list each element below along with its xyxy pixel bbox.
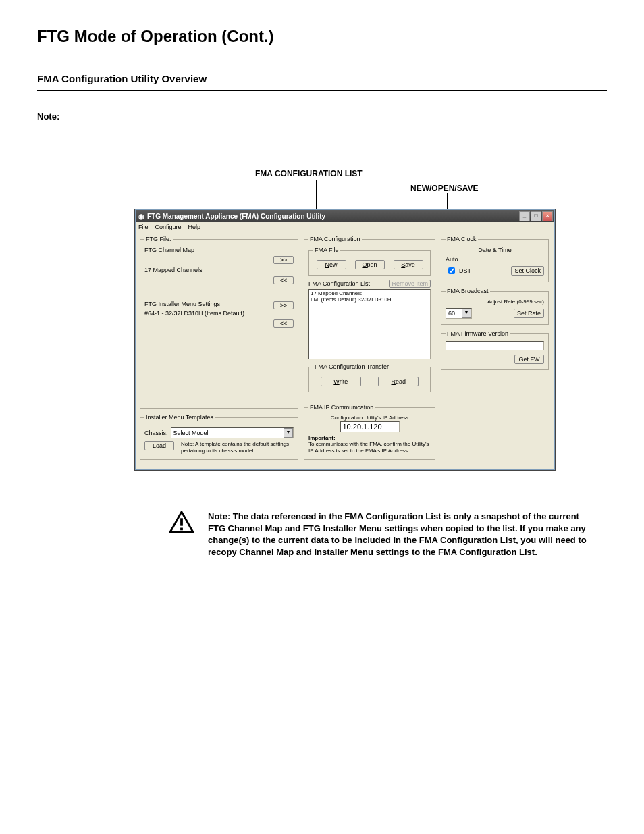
ip-sublabel: Configuration Utility's IP Address — [308, 415, 431, 421]
menu-help[interactable]: Help — [188, 224, 201, 230]
fma-config-group: FMA Configuration FMA File New Open Save… — [304, 236, 435, 398]
rate-dropdown[interactable]: 60 ▼ — [446, 308, 472, 319]
svg-rect-1 — [180, 528, 183, 531]
menubar: File Configure Help — [136, 222, 554, 232]
ip-group: FMA IP Communication Configuration Utili… — [304, 404, 435, 460]
mapped-channels-text: 17 Mapped Channels — [144, 267, 203, 273]
fw-group: FMA Firmware Version Get FW — [441, 330, 549, 370]
new-button[interactable]: New — [317, 260, 346, 269]
broadcast-group: FMA Broadcast Adjust Rate (0-999 sec) 60… — [441, 288, 549, 325]
minimize-button[interactable]: _ — [519, 211, 530, 221]
important-label: Important: — [308, 435, 336, 441]
set-clock-button[interactable]: Set Clock — [511, 266, 544, 276]
ftg-file-legend: FTG File: — [144, 236, 173, 242]
app-icon: ◉ — [138, 213, 144, 220]
fma-file-legend: FMA File — [313, 246, 340, 253]
ip-legend: FMA IP Communication — [308, 404, 375, 411]
open-button[interactable]: Open — [355, 260, 385, 269]
templates-legend: Installer Menu Templates — [144, 414, 215, 421]
warning-icon — [169, 511, 194, 536]
broadcast-legend: FMA Broadcast — [446, 288, 490, 294]
clock-group: FMA Clock Date & Time Auto DST Set Clock — [441, 236, 549, 282]
channel-add-button[interactable]: >> — [273, 256, 294, 264]
svg-rect-0 — [180, 519, 183, 526]
page-title: FTG Mode of Operation (Cont.) — [37, 27, 607, 46]
window-title: FTG Management Appliance (FMA) Configura… — [147, 213, 325, 220]
dst-label: DST — [459, 267, 471, 274]
remove-item-button[interactable]: Remove Item — [389, 280, 431, 288]
installer-text: #64-1 - 32/37LD310H (Items Default) — [144, 310, 294, 317]
warning-text: Note: The data referenced in the FMA Con… — [208, 511, 587, 558]
callout-config-list: FMA CONFIGURATION LIST — [255, 169, 363, 178]
divider — [37, 90, 607, 91]
section-title: FMA Configuration Utility Overview — [37, 73, 607, 84]
installer-add-button[interactable]: >> — [273, 301, 294, 309]
note-label: Note: — [37, 111, 607, 122]
app-window: ◉ FTG Management Appliance (FMA) Configu… — [135, 209, 555, 470]
clock-legend: FMA Clock — [446, 236, 478, 242]
templates-group: Installer Menu Templates Chassis: Select… — [140, 414, 298, 460]
rate-label: Adjust Rate (0-999 sec) — [446, 298, 544, 305]
fma-file-group: FMA File New Open Save — [308, 246, 431, 276]
rate-value: 60 — [448, 310, 455, 317]
load-button[interactable]: Load — [144, 441, 174, 450]
transfer-group: FMA Configuration Transfer Write Read — [308, 363, 431, 392]
chassis-value: Select Model — [173, 429, 209, 436]
close-button[interactable]: × — [542, 211, 553, 221]
installer-remove-button[interactable]: << — [273, 319, 294, 328]
titlebar: ◉ FTG Management Appliance (FMA) Configu… — [136, 210, 554, 222]
get-fw-button[interactable]: Get FW — [514, 355, 544, 364]
installer-label: FTG Installer Menu Settings — [144, 301, 220, 307]
set-rate-button[interactable]: Set Rate — [514, 309, 544, 318]
callout-row: FMA CONFIGURATION LIST NEW/OPEN/SAVE — [37, 169, 607, 209]
dst-checkbox[interactable] — [448, 267, 455, 274]
write-button[interactable]: Write — [321, 377, 361, 386]
chassis-dropdown[interactable]: Select Model ▼ — [171, 427, 294, 438]
ftg-file-group: FTG File: FTG Channel Map >> 17 Mapped C… — [140, 236, 298, 409]
warning-note: Note: The data referenced in the FMA Con… — [169, 511, 587, 558]
callout-new-open-save: NEW/OPEN/SAVE — [410, 184, 478, 193]
config-list-label: FMA Configuration List — [308, 280, 370, 287]
fw-legend: FMA Firmware Version — [446, 330, 510, 337]
auto-label: Auto — [446, 256, 544, 263]
save-button[interactable]: Save — [394, 260, 423, 269]
channel-map-label: FTG Channel Map — [144, 246, 294, 253]
read-button[interactable]: Read — [378, 377, 419, 386]
chevron-down-icon: ▼ — [284, 428, 293, 438]
date-time-label: Date & Time — [446, 246, 544, 253]
maximize-button[interactable]: □ — [531, 211, 541, 221]
fw-value — [446, 341, 544, 350]
fma-config-legend: FMA Configuration — [308, 236, 362, 242]
template-note: Note: A template contains the default se… — [181, 441, 294, 454]
list-item[interactable]: I.M. (Items Default) 32/37LD310H — [311, 296, 429, 303]
chassis-label: Chassis: — [144, 429, 168, 436]
menu-configure[interactable]: Configure — [155, 224, 182, 230]
channel-remove-button[interactable]: << — [273, 276, 294, 284]
important-text: To communicate with the FMA, confirm the… — [308, 441, 429, 454]
menu-file[interactable]: File — [138, 224, 149, 230]
transfer-legend: FMA Configuration Transfer — [313, 363, 390, 370]
config-list[interactable]: 17 Mapped Channels I.M. (Items Default) … — [308, 289, 431, 359]
ip-address-field[interactable]: 10.20.1.120 — [340, 421, 400, 432]
list-item[interactable]: 17 Mapped Channels — [311, 290, 429, 296]
chevron-down-icon: ▼ — [462, 309, 471, 318]
